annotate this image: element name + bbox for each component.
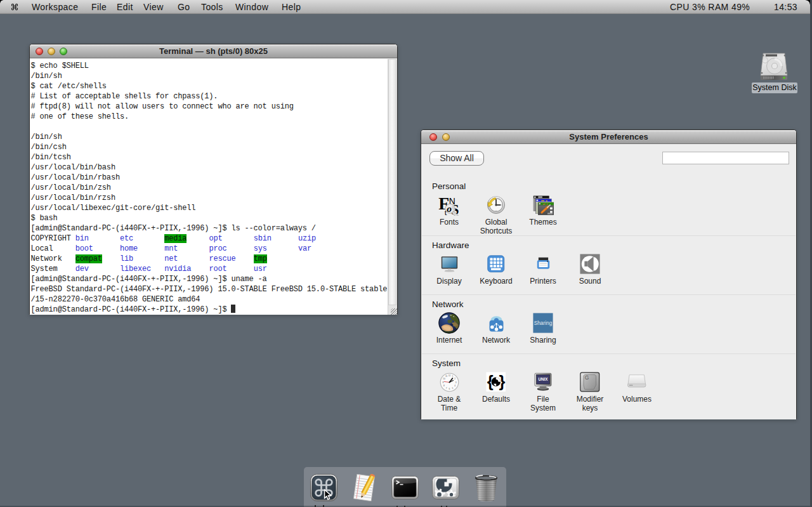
svg-text:12: 12 [448, 374, 450, 377]
svg-text:1: 1 [452, 375, 453, 378]
svg-text:9: 9 [442, 381, 443, 383]
svg-text:Sharing: Sharing [534, 320, 553, 326]
svg-text:6: 6 [449, 387, 450, 390]
svg-text:UNIX: UNIX [539, 377, 549, 381]
svg-text:2: 2 [454, 378, 455, 380]
svg-text:10: 10 [443, 378, 445, 380]
svg-text:5: 5 [452, 386, 453, 389]
svg-text:G: G [585, 374, 589, 381]
svg-text:8: 8 [443, 385, 445, 387]
svg-text:3: 3 [455, 381, 456, 383]
svg-text:11: 11 [445, 375, 447, 378]
svg-text:4: 4 [454, 385, 455, 387]
svg-text:o: o [447, 202, 452, 213]
svg-text:7: 7 [445, 386, 447, 389]
